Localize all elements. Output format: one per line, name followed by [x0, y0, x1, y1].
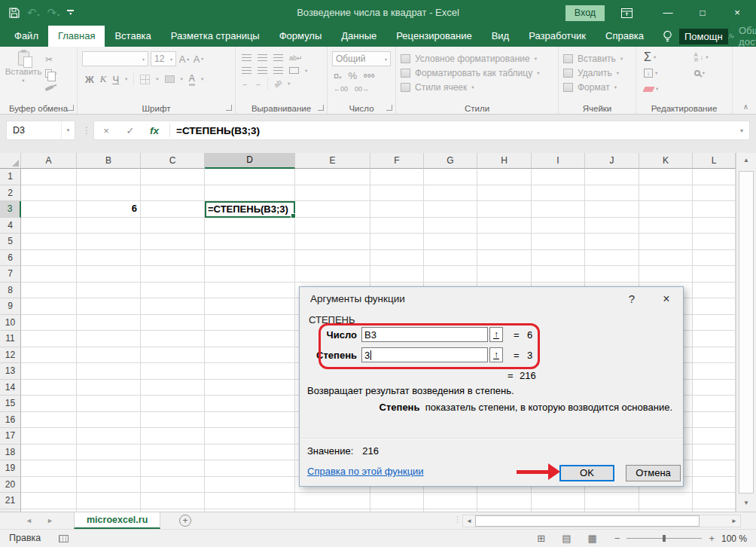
cell-B7[interactable] [77, 266, 141, 283]
row-header-8[interactable]: 8 [0, 283, 21, 299]
decrease-font-button[interactable]: А▼ [193, 52, 205, 66]
cell-A13[interactable] [21, 363, 77, 380]
cell-B4[interactable] [77, 218, 141, 234]
tab-file[interactable]: Файл [5, 26, 48, 47]
cell-G21[interactable] [424, 493, 477, 509]
ok-button[interactable]: OK [559, 465, 614, 481]
column-header-K[interactable]: K [639, 153, 693, 169]
cell-H4[interactable] [477, 218, 532, 234]
cell-D19[interactable] [205, 460, 295, 477]
cell-E4[interactable] [295, 218, 370, 234]
cancel-entry-button[interactable]: × [94, 125, 118, 136]
cell-D2[interactable] [205, 185, 295, 202]
cell-J4[interactable] [585, 218, 639, 234]
cell-C13[interactable] [141, 363, 205, 380]
cell-L15[interactable] [693, 396, 736, 412]
cell-L3[interactable] [693, 201, 736, 218]
cell-D3[interactable]: =СТЕПЕНЬ(B3;3) [205, 201, 295, 218]
cell-H1[interactable] [477, 169, 532, 185]
cell-B10[interactable] [77, 315, 141, 332]
cell-C15[interactable] [141, 396, 205, 412]
cell-C10[interactable] [141, 315, 205, 332]
cell-D13[interactable] [205, 363, 295, 380]
cell-H21[interactable] [477, 493, 532, 509]
cell-A11[interactable] [21, 331, 77, 347]
cell-K1[interactable] [639, 169, 693, 185]
cell-A10[interactable] [21, 315, 77, 332]
column-header-G[interactable]: G [424, 153, 477, 169]
cell-C20[interactable] [141, 477, 205, 494]
page-break-view-button[interactable]: ▦ [587, 533, 596, 544]
cell-L2[interactable] [693, 185, 736, 202]
cell-A8[interactable] [21, 283, 77, 299]
column-header-B[interactable]: B [77, 153, 141, 169]
customize-quick-access-button[interactable]: ▾ [67, 10, 74, 16]
cell-C5[interactable] [141, 234, 205, 250]
dialog-help-button[interactable]: ? [623, 291, 640, 307]
tab-view[interactable]: Вид [482, 26, 520, 47]
cell-E5[interactable] [295, 234, 370, 250]
row-header-21[interactable]: 21 [0, 493, 21, 509]
row-header-19[interactable]: 19 [0, 460, 21, 477]
assistant-tab[interactable]: Помощн [679, 29, 728, 44]
cell-K21[interactable] [639, 493, 693, 509]
cell-G6[interactable] [424, 250, 477, 267]
zoom-slider[interactable] [626, 535, 702, 542]
cell-E21[interactable] [295, 493, 370, 509]
cell-L9[interactable] [693, 298, 736, 315]
copy-button[interactable]: ▾ [45, 68, 56, 79]
cell-D17[interactable] [205, 428, 295, 445]
row-header-9[interactable]: 9 [0, 298, 21, 315]
cell-L8[interactable] [693, 283, 736, 299]
cell-C11[interactable] [141, 331, 205, 347]
cell-B21[interactable] [77, 493, 141, 509]
column-header-F[interactable]: F [370, 153, 424, 169]
row-header-13[interactable]: 13 [0, 363, 21, 380]
scroll-left-button[interactable]: ◄ [463, 515, 475, 527]
name-box[interactable]: D3 ▾ [6, 121, 75, 140]
vertical-scrollbar-thumb[interactable] [739, 171, 754, 494]
cell-F6[interactable] [370, 250, 424, 267]
format-as-table-button[interactable]: Форматировать как таблицу▾ [401, 66, 553, 80]
orientation-button[interactable]: ab [273, 78, 283, 88]
vertical-scrollbar[interactable]: ▲ ▼ [736, 153, 756, 512]
maximize-button[interactable]: □ [685, 0, 720, 26]
cell-C7[interactable] [141, 266, 205, 283]
ribbon-display-options-button[interactable] [621, 8, 633, 18]
cell-A9[interactable] [21, 298, 77, 315]
fill-button[interactable]: ↓▾ [644, 66, 682, 80]
normal-view-button[interactable]: ⊞ [537, 533, 545, 544]
cell-D21[interactable] [205, 493, 295, 509]
cell-G7[interactable] [424, 266, 477, 283]
cell-B9[interactable] [77, 298, 141, 315]
column-header-A[interactable]: A [21, 153, 77, 169]
cell-F5[interactable] [370, 234, 424, 250]
cell-J3[interactable] [585, 201, 639, 218]
row-header-15[interactable]: 15 [0, 396, 21, 412]
tab-help[interactable]: Справка [596, 26, 654, 47]
cell-L11[interactable] [693, 331, 736, 347]
row-header-6[interactable]: 6 [0, 250, 21, 267]
cell-B18[interactable] [77, 445, 141, 461]
cell-H7[interactable] [477, 266, 532, 283]
cell-J6[interactable] [585, 250, 639, 267]
cell-K6[interactable] [639, 250, 693, 267]
cell-I7[interactable] [532, 266, 585, 283]
row-header-14[interactable]: 14 [0, 380, 21, 396]
cell-L10[interactable] [693, 315, 736, 332]
number-argument-input[interactable]: B3 [361, 327, 488, 342]
cell-L7[interactable] [693, 266, 736, 283]
horizontal-scrollbar[interactable]: ◄ ► [462, 515, 741, 527]
cell-B13[interactable] [77, 363, 141, 380]
cell-D5[interactable] [205, 234, 295, 250]
new-sheet-button[interactable]: + [179, 515, 191, 527]
cell-B2[interactable] [77, 185, 141, 202]
align-bottom-button[interactable] [273, 54, 283, 61]
dialog-close-button[interactable]: × [658, 291, 675, 307]
cell-C16[interactable] [141, 412, 205, 429]
row-header-2[interactable]: 2 [0, 185, 21, 202]
formula-bar-grip[interactable]: ⋮ [82, 125, 91, 136]
row-header-3[interactable]: 3 [0, 201, 21, 218]
cell-G5[interactable] [424, 234, 477, 250]
insert-cells-button[interactable]: Вставить▾ [563, 51, 631, 66]
